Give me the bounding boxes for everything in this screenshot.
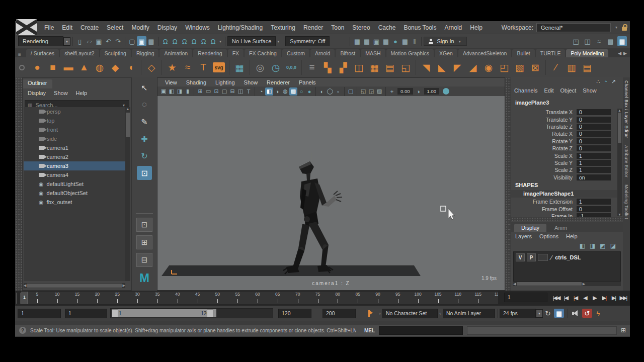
outliner-item-defaultlightset[interactable]: ◉defaultLightSet	[24, 179, 125, 189]
shelf-tab-custom[interactable]: Custom	[282, 49, 309, 57]
set-key-icon[interactable]	[368, 310, 373, 317]
hypershade-icon[interactable]: ●	[390, 36, 400, 46]
target-weld-icon[interactable]: ⊠	[528, 60, 542, 75]
current-time-marker[interactable]: 1	[21, 292, 28, 304]
layer-type-icon[interactable]: ∕	[551, 254, 552, 261]
four-pane-layout-button[interactable]: ⊞	[136, 235, 152, 249]
vp-menu-show[interactable]: Show	[239, 79, 263, 85]
channel-value-field[interactable]: 0	[577, 206, 611, 212]
sign-in-button[interactable]: Sign In ▾	[424, 37, 466, 46]
vp-menu-shading[interactable]: Shading	[182, 79, 211, 85]
menu-file[interactable]: File	[40, 24, 58, 31]
viewport-canvas[interactable]: camera1 : Z 1.9 fps	[157, 96, 505, 290]
bridge-icon[interactable]: ◤	[450, 60, 464, 75]
workspace-caret-icon[interactable]: ▾	[615, 25, 617, 30]
node-network-icon[interactable]: ∴	[596, 78, 600, 85]
layer-playback-toggle[interactable]: P	[527, 253, 536, 261]
channel-value-field[interactable]: on	[577, 174, 611, 180]
shelf-tab-bifrost[interactable]: Bifrost	[336, 49, 360, 57]
layers-menu-layers[interactable]: Layers	[515, 233, 532, 239]
animation-preferences-icon[interactable]: ϟ	[593, 309, 603, 318]
outliner-item-persp[interactable]: persp	[24, 107, 125, 116]
move-tool[interactable]: ✚	[137, 132, 152, 146]
menu-texturing[interactable]: Texturing	[267, 24, 299, 31]
mel-command-input[interactable]	[379, 326, 463, 335]
edge-flow-icon[interactable]: ▥	[565, 60, 579, 75]
step-back-frame-button[interactable]: |◀	[561, 292, 571, 304]
tab-display[interactable]: Display	[514, 224, 546, 232]
circularize-icon[interactable]: ◉	[481, 60, 496, 75]
shelf-tab-advancedskeleton[interactable]: AdvancedSkeleton	[458, 49, 512, 57]
render-setup-icon[interactable]: ▦	[381, 36, 390, 46]
maya-logo-icon[interactable]: M	[139, 271, 149, 285]
poly-cube-icon[interactable]: ■	[46, 60, 60, 75]
menu-modify[interactable]: Modify	[127, 24, 153, 31]
shelf-tab-xgen[interactable]: XGen	[435, 49, 457, 57]
snap-projected-center-icon[interactable]: Ω	[189, 36, 199, 46]
panel-left-grip[interactable]	[15, 77, 22, 291]
gamma-icon[interactable]: ◑	[415, 87, 423, 96]
center-pivot-icon[interactable]: ◎	[253, 60, 267, 75]
outliner-item-camera4[interactable]: camera4	[24, 170, 125, 179]
range-slider-bar[interactable]: 1 120	[112, 309, 216, 317]
anim-curve-icon[interactable]: ◔	[604, 78, 607, 85]
timeline-grip[interactable]	[16, 293, 21, 304]
snap-view-plane-icon[interactable]: Ω	[199, 36, 208, 46]
shadows-icon[interactable]: ●	[305, 87, 313, 96]
layers-menu-options[interactable]: Options	[539, 233, 558, 239]
lock-workspace-icon[interactable]	[622, 27, 627, 31]
anim-layer-field[interactable]: No Anim Layer	[443, 309, 495, 318]
scroll-right-icon[interactable]: ▶	[123, 284, 125, 288]
channel-value-field[interactable]: 0	[577, 138, 611, 144]
layer-row[interactable]: V P ∕ ctrls_DSL	[514, 252, 620, 263]
menu-edit[interactable]: Edit	[58, 24, 76, 31]
xray-active-icon[interactable]: ▨	[375, 87, 383, 96]
range-handle-right[interactable]	[207, 309, 213, 317]
ui-window-icon[interactable]: ▦	[232, 60, 247, 75]
undo-icon[interactable]: ↶	[104, 36, 113, 46]
outliner-item-top[interactable]: top	[24, 116, 125, 125]
side-tab-channel-box-layer-editor[interactable]: Channel Box / Layer Editor	[624, 80, 629, 138]
exposure-icon[interactable]: +	[388, 87, 396, 96]
channel-value-field[interactable]: 1	[577, 153, 611, 159]
shelf-tab-fx-caching[interactable]: FX Caching	[245, 49, 281, 57]
channel-object-name[interactable]: imagePlane3	[515, 100, 549, 106]
channel-value-field[interactable]: 1	[577, 160, 611, 166]
scene-3d-view[interactable]	[157, 96, 505, 290]
scroll-left-icon[interactable]: ◀	[24, 284, 26, 288]
camera-lock-icon[interactable]: ◧	[168, 87, 176, 96]
ruler[interactable]: 1 51015202530354045505560657075808590951…	[21, 292, 498, 304]
project-curve-icon[interactable]: ◰	[497, 60, 511, 75]
panel-divider-grip[interactable]	[505, 77, 511, 291]
safe-title-icon[interactable]: T	[245, 87, 253, 96]
layer-hscrollbar[interactable]: ◀ ▶	[513, 282, 621, 286]
move-to-layer-icon[interactable]: ◧	[580, 242, 585, 249]
outliner-item-side[interactable]: side	[24, 134, 125, 143]
outliner-item-front[interactable]: front	[24, 125, 125, 134]
layer-color-swatch[interactable]	[538, 254, 548, 261]
resolution-gate-icon[interactable]: ⊡	[212, 87, 220, 96]
platonic-solid-icon[interactable]: ◇	[144, 60, 158, 75]
live-surface-caret-icon[interactable]: ▾	[277, 39, 279, 44]
smooth-icon[interactable]: ◱	[398, 60, 413, 75]
snap-point-icon[interactable]: Ω	[180, 36, 189, 46]
go-to-start-button[interactable]: |◀◀	[551, 292, 561, 304]
shelf-tab-animation[interactable]: Animation	[159, 49, 192, 57]
display-layers-icon[interactable]: ▦	[617, 36, 627, 46]
new-layer-icon[interactable]: ◩	[600, 242, 605, 249]
shelf-tab-sculpting[interactable]: Sculpting	[100, 49, 131, 57]
shelf-menu-icon[interactable]: ≡	[18, 52, 21, 57]
animation-start-field[interactable]: 1	[18, 309, 61, 318]
sound-icon[interactable]	[572, 310, 579, 316]
anim-layer-caret-icon[interactable]: ▿	[439, 311, 441, 316]
shaded-mode-icon[interactable]: ◧	[265, 87, 273, 96]
shelf-scroll-left-icon[interactable]: ◀	[618, 51, 621, 56]
character-controls-icon[interactable]: ◫	[583, 36, 592, 46]
empty-layer-icon[interactable]: ◨	[590, 242, 595, 249]
channel-value-field[interactable]: 0	[577, 145, 611, 151]
snap-curve-icon[interactable]: Ω	[170, 36, 180, 46]
script-editor-icon[interactable]: ⊞	[621, 327, 626, 334]
snap-grid-icon[interactable]: Ω	[160, 36, 170, 46]
channel-value-field[interactable]: 0	[577, 109, 611, 115]
menu-set-dropdown[interactable]: Rendering	[18, 36, 63, 46]
